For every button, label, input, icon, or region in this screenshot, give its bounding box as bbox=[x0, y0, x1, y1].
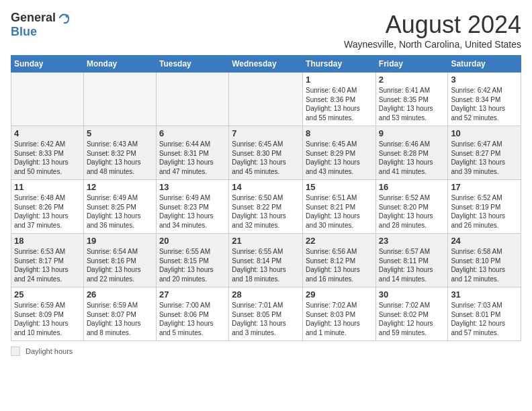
day-number: 21 bbox=[232, 236, 300, 246]
title-area: August 2024 Waynesville, North Carolina,… bbox=[344, 11, 521, 50]
day-info: Sunrise: 6:52 AM Sunset: 8:19 PM Dayligh… bbox=[451, 193, 518, 230]
day-number: 9 bbox=[379, 128, 445, 138]
calendar-day-cell: 14Sunrise: 6:50 AM Sunset: 8:22 PM Dayli… bbox=[229, 180, 303, 234]
calendar-day-cell: 19Sunrise: 6:54 AM Sunset: 8:16 PM Dayli… bbox=[83, 234, 156, 287]
day-info: Sunrise: 7:02 AM Sunset: 8:02 PM Dayligh… bbox=[379, 301, 445, 337]
calendar-day-cell: 5Sunrise: 6:43 AM Sunset: 8:32 PM Daylig… bbox=[83, 126, 156, 180]
calendar-day-header: Sunday bbox=[11, 56, 84, 73]
calendar-day-cell bbox=[83, 73, 156, 126]
day-number: 28 bbox=[232, 289, 300, 300]
day-number: 30 bbox=[379, 289, 445, 300]
day-number: 31 bbox=[451, 289, 518, 300]
day-info: Sunrise: 6:42 AM Sunset: 8:33 PM Dayligh… bbox=[14, 140, 81, 176]
day-info: Sunrise: 7:03 AM Sunset: 8:01 PM Dayligh… bbox=[451, 301, 518, 337]
logo-blue-text: Blue bbox=[11, 25, 37, 39]
calendar-day-cell: 8Sunrise: 6:45 AM Sunset: 8:29 PM Daylig… bbox=[303, 126, 376, 180]
day-number: 23 bbox=[379, 236, 445, 246]
day-info: Sunrise: 6:55 AM Sunset: 8:14 PM Dayligh… bbox=[232, 247, 300, 283]
day-number: 17 bbox=[451, 182, 518, 192]
day-info: Sunrise: 6:59 AM Sunset: 8:07 PM Dayligh… bbox=[87, 301, 153, 337]
calendar-week-row: 11Sunrise: 6:48 AM Sunset: 8:26 PM Dayli… bbox=[11, 180, 521, 234]
calendar-day-cell bbox=[229, 73, 303, 126]
day-number: 13 bbox=[159, 182, 226, 192]
day-number: 24 bbox=[451, 236, 518, 246]
day-number: 20 bbox=[159, 236, 226, 246]
day-number: 16 bbox=[379, 182, 445, 192]
calendar-day-cell: 23Sunrise: 6:57 AM Sunset: 8:11 PM Dayli… bbox=[375, 234, 448, 287]
day-info: Sunrise: 6:44 AM Sunset: 8:31 PM Dayligh… bbox=[159, 140, 226, 176]
calendar-day-cell: 22Sunrise: 6:56 AM Sunset: 8:12 PM Dayli… bbox=[303, 234, 376, 287]
footer: Daylight hours bbox=[11, 347, 521, 356]
calendar-day-cell: 4Sunrise: 6:42 AM Sunset: 8:33 PM Daylig… bbox=[11, 126, 84, 180]
calendar-day-cell: 17Sunrise: 6:52 AM Sunset: 8:19 PM Dayli… bbox=[448, 180, 521, 234]
logo-icon bbox=[57, 11, 71, 25]
day-number: 15 bbox=[306, 182, 373, 192]
day-number: 11 bbox=[14, 182, 81, 192]
calendar-day-cell bbox=[11, 73, 84, 126]
logo: General Blue bbox=[11, 11, 71, 39]
day-info: Sunrise: 6:48 AM Sunset: 8:26 PM Dayligh… bbox=[14, 193, 81, 230]
day-number: 12 bbox=[87, 182, 153, 192]
day-number: 22 bbox=[306, 236, 373, 246]
calendar-day-cell: 15Sunrise: 6:51 AM Sunset: 8:21 PM Dayli… bbox=[303, 180, 376, 234]
day-info: Sunrise: 7:02 AM Sunset: 8:03 PM Dayligh… bbox=[306, 301, 373, 337]
calendar-week-row: 25Sunrise: 6:59 AM Sunset: 8:09 PM Dayli… bbox=[11, 287, 521, 341]
calendar-day-cell: 26Sunrise: 6:59 AM Sunset: 8:07 PM Dayli… bbox=[83, 287, 156, 341]
day-info: Sunrise: 6:45 AM Sunset: 8:29 PM Dayligh… bbox=[306, 140, 373, 176]
day-info: Sunrise: 6:55 AM Sunset: 8:15 PM Dayligh… bbox=[159, 247, 226, 283]
day-info: Sunrise: 7:01 AM Sunset: 8:05 PM Dayligh… bbox=[232, 301, 300, 337]
month-title: August 2024 bbox=[344, 11, 521, 39]
day-info: Sunrise: 6:46 AM Sunset: 8:28 PM Dayligh… bbox=[379, 140, 445, 176]
calendar-day-cell: 10Sunrise: 6:47 AM Sunset: 8:27 PM Dayli… bbox=[448, 126, 521, 180]
calendar-day-cell: 27Sunrise: 7:00 AM Sunset: 8:06 PM Dayli… bbox=[156, 287, 228, 341]
day-number: 4 bbox=[14, 128, 81, 138]
day-number: 26 bbox=[87, 289, 153, 300]
calendar-day-header: Monday bbox=[83, 56, 156, 73]
calendar-week-row: 1Sunrise: 6:40 AM Sunset: 8:36 PM Daylig… bbox=[11, 73, 521, 126]
calendar-day-cell: 11Sunrise: 6:48 AM Sunset: 8:26 PM Dayli… bbox=[11, 180, 84, 234]
day-number: 7 bbox=[232, 128, 300, 138]
day-info: Sunrise: 6:47 AM Sunset: 8:27 PM Dayligh… bbox=[451, 140, 518, 176]
day-info: Sunrise: 6:52 AM Sunset: 8:20 PM Dayligh… bbox=[379, 193, 445, 230]
day-info: Sunrise: 6:45 AM Sunset: 8:30 PM Dayligh… bbox=[232, 140, 300, 176]
day-number: 14 bbox=[232, 182, 300, 192]
day-info: Sunrise: 6:42 AM Sunset: 8:34 PM Dayligh… bbox=[451, 86, 518, 122]
calendar-day-cell: 25Sunrise: 6:59 AM Sunset: 8:09 PM Dayli… bbox=[11, 287, 84, 341]
calendar-week-row: 4Sunrise: 6:42 AM Sunset: 8:33 PM Daylig… bbox=[11, 126, 521, 180]
calendar-week-row: 18Sunrise: 6:53 AM Sunset: 8:17 PM Dayli… bbox=[11, 234, 521, 287]
calendar-header-row: SundayMondayTuesdayWednesdayThursdayFrid… bbox=[11, 56, 521, 73]
calendar-day-cell: 6Sunrise: 6:44 AM Sunset: 8:31 PM Daylig… bbox=[156, 126, 228, 180]
calendar-day-cell bbox=[156, 73, 228, 126]
calendar-day-cell: 30Sunrise: 7:02 AM Sunset: 8:02 PM Dayli… bbox=[375, 287, 448, 341]
day-number: 1 bbox=[306, 75, 373, 85]
day-number: 19 bbox=[87, 236, 153, 246]
calendar-day-header: Wednesday bbox=[229, 56, 303, 73]
calendar-day-cell: 29Sunrise: 7:02 AM Sunset: 8:03 PM Dayli… bbox=[303, 287, 376, 341]
logo-general-text: General bbox=[11, 11, 56, 25]
calendar-day-cell: 12Sunrise: 6:49 AM Sunset: 8:25 PM Dayli… bbox=[83, 180, 156, 234]
calendar-body: 1Sunrise: 6:40 AM Sunset: 8:36 PM Daylig… bbox=[11, 73, 521, 341]
day-number: 2 bbox=[379, 75, 445, 85]
calendar-day-cell: 20Sunrise: 6:55 AM Sunset: 8:15 PM Dayli… bbox=[156, 234, 228, 287]
calendar-day-header: Tuesday bbox=[156, 56, 228, 73]
day-info: Sunrise: 6:49 AM Sunset: 8:23 PM Dayligh… bbox=[159, 193, 226, 230]
calendar-table: SundayMondayTuesdayWednesdayThursdayFrid… bbox=[11, 55, 521, 341]
day-number: 8 bbox=[306, 128, 373, 138]
day-info: Sunrise: 6:50 AM Sunset: 8:22 PM Dayligh… bbox=[232, 193, 300, 230]
day-number: 5 bbox=[87, 128, 153, 138]
daylight-label: Daylight hours bbox=[26, 347, 73, 355]
calendar-day-cell: 31Sunrise: 7:03 AM Sunset: 8:01 PM Dayli… bbox=[448, 287, 521, 341]
day-number: 3 bbox=[451, 75, 518, 85]
calendar-day-cell: 2Sunrise: 6:41 AM Sunset: 8:35 PM Daylig… bbox=[375, 73, 448, 126]
day-info: Sunrise: 6:41 AM Sunset: 8:35 PM Dayligh… bbox=[379, 86, 445, 122]
day-number: 27 bbox=[159, 289, 226, 300]
day-info: Sunrise: 6:43 AM Sunset: 8:32 PM Dayligh… bbox=[87, 140, 153, 176]
day-info: Sunrise: 7:00 AM Sunset: 8:06 PM Dayligh… bbox=[159, 301, 226, 337]
calendar-day-cell: 13Sunrise: 6:49 AM Sunset: 8:23 PM Dayli… bbox=[156, 180, 228, 234]
day-info: Sunrise: 6:57 AM Sunset: 8:11 PM Dayligh… bbox=[379, 247, 445, 283]
day-number: 6 bbox=[159, 128, 226, 138]
day-number: 10 bbox=[451, 128, 518, 138]
day-info: Sunrise: 6:53 AM Sunset: 8:17 PM Dayligh… bbox=[14, 247, 81, 283]
calendar-day-cell: 18Sunrise: 6:53 AM Sunset: 8:17 PM Dayli… bbox=[11, 234, 84, 287]
calendar-day-cell: 21Sunrise: 6:55 AM Sunset: 8:14 PM Dayli… bbox=[229, 234, 303, 287]
